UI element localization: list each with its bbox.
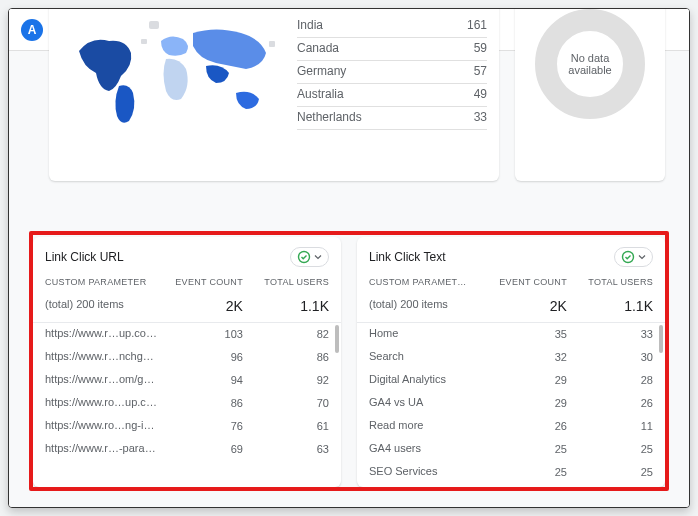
link-click-url-card: Link Click URL CUSTOM PARAMETER EVENT CO… (33, 237, 341, 487)
chevron-down-icon (314, 253, 322, 261)
table-row[interactable]: https://www.ro…up.com/about/8670 (33, 392, 341, 415)
check-circle-icon (621, 250, 635, 264)
country-list: India161 Canada59 Germany57 Australia49 … (297, 11, 487, 171)
totals-row: (total) 200 items 2K 1.1K (33, 293, 341, 323)
table-row[interactable]: https://www.r…-parameters/6963 (33, 438, 341, 461)
card-title: Link Click URL (45, 250, 124, 264)
table-row[interactable]: https://www.r…nchgroup.com/9686 (33, 346, 341, 369)
account-badge[interactable]: A (21, 19, 43, 41)
scrollbar[interactable] (659, 325, 663, 353)
totals-row: (total) 200 items 2K 1.1K (357, 293, 665, 323)
data-rows: https://www.r…up.com/blog/10382 https://… (33, 323, 341, 461)
scrollbar[interactable] (335, 325, 339, 353)
svg-rect-0 (141, 39, 147, 44)
table-row[interactable]: https://www.r…up.com/blog/10382 (33, 323, 341, 346)
list-item[interactable]: Netherlands33 (297, 107, 487, 130)
card-title: Link Click Text (369, 250, 445, 264)
list-item[interactable]: Australia49 (297, 84, 487, 107)
card-options-button[interactable] (290, 247, 329, 267)
svg-rect-2 (269, 41, 275, 47)
donut-card: No data available (515, 9, 665, 181)
column-headers: CUSTOM PARAMET… EVENT COUNT TOTAL USERS (357, 275, 665, 293)
geo-map-card: India161 Canada59 Germany57 Australia49 … (49, 9, 499, 181)
table-row[interactable]: https://www.ro…ng-in-google-7661 (33, 415, 341, 438)
data-rows: Home3533 Search3230 Digital Analytics292… (357, 323, 665, 484)
table-row[interactable]: GA4 vs UA2926 (357, 392, 665, 415)
list-item[interactable]: Canada59 (297, 38, 487, 61)
svg-rect-1 (149, 21, 159, 29)
column-headers: CUSTOM PARAMETER EVENT COUNT TOTAL USERS (33, 275, 341, 293)
no-data-label: No data available (535, 9, 645, 119)
list-item[interactable]: Germany57 (297, 61, 487, 84)
table-row[interactable]: Search3230 (357, 346, 665, 369)
table-row[interactable]: SEO Services2525 (357, 461, 665, 484)
link-click-text-card: Link Click Text CUSTOM PARAMET… EVENT CO… (357, 237, 665, 487)
world-map (55, 11, 297, 171)
table-row[interactable]: Digital Analytics2928 (357, 369, 665, 392)
table-row[interactable]: Home3533 (357, 323, 665, 346)
list-item[interactable]: India161 (297, 15, 487, 38)
card-options-button[interactable] (614, 247, 653, 267)
table-row[interactable]: https://www.r…om/ga4-setup/9492 (33, 369, 341, 392)
check-circle-icon (297, 250, 311, 264)
chevron-down-icon (638, 253, 646, 261)
table-row[interactable]: Read more2611 (357, 415, 665, 438)
table-row[interactable]: GA4 users2525 (357, 438, 665, 461)
